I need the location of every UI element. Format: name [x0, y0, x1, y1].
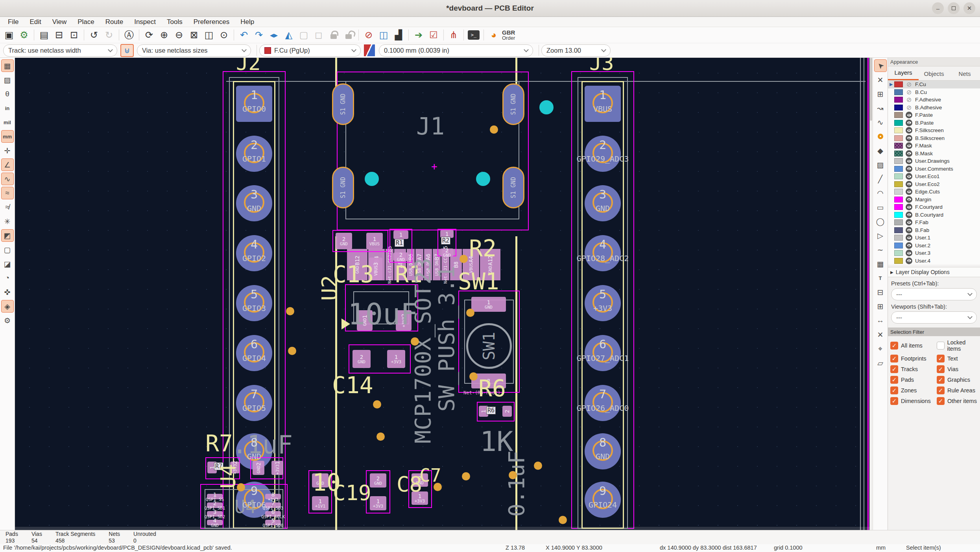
text-tool-button[interactable]: T — [874, 272, 887, 284]
pad-C8-1[interactable]: 1+1V1 — [312, 496, 329, 510]
grid-overrides-button[interactable]: ▨ — [1, 74, 14, 86]
fab-text-mcp1700xsot23[interactable]: MCP1700X_SOT23 — [410, 258, 436, 443]
pad-C16-1[interactable]: 1+3V3 — [271, 461, 283, 475]
layer-color-swatch[interactable] — [894, 112, 903, 118]
pad-C13-2[interactable]: 2GND — [336, 233, 352, 249]
checkbox-icon[interactable] — [937, 342, 945, 350]
tab-nets[interactable]: Nets — [949, 70, 980, 80]
checkbox-icon[interactable]: ✓ — [937, 397, 945, 405]
layer-color-swatch[interactable] — [894, 258, 903, 264]
via[interactable] — [490, 125, 498, 134]
bezier-tool-button[interactable]: ∼ — [874, 243, 887, 256]
silkscreen-text-u4[interactable]: U4 — [216, 464, 240, 489]
tab-layers[interactable]: Layers — [888, 69, 919, 80]
hide-ratsnest-button[interactable]: ≉ — [1, 201, 14, 213]
filter-vias[interactable]: ✓Vias — [937, 365, 980, 373]
gbr-order-plugin-button[interactable]: ◕ — [487, 28, 501, 42]
pad-R1-2[interactable]: 2GND — [393, 252, 408, 261]
layer-row-user-4[interactable]: User.4 — [888, 257, 980, 265]
rotate-cw-button[interactable]: ↷ — [252, 28, 266, 42]
zone-no-fill-button[interactable]: ◔ — [1, 272, 14, 284]
layer-visible-icon[interactable] — [906, 127, 912, 134]
pad-J3-4[interactable]: 4GPIO28_ADC2 — [585, 235, 621, 271]
layer-visible-icon[interactable] — [906, 120, 912, 126]
refresh-button[interactable]: ⟳ — [142, 28, 156, 42]
units-mm-button[interactable]: mm — [1, 130, 14, 143]
canvas-horizontal-scrollbar[interactable] — [15, 527, 869, 530]
pad-U4-1[interactable]: 1QSPI_SS — [207, 494, 223, 499]
via[interactable] — [469, 372, 478, 381]
menu-preferences[interactable]: Preferences — [188, 17, 235, 27]
via[interactable] — [434, 483, 442, 491]
layer-color-swatch[interactable] — [894, 235, 903, 241]
layer-hidden-icon[interactable]: ⊘ — [906, 96, 912, 103]
layer-color-swatch[interactable] — [894, 243, 903, 248]
via[interactable] — [509, 471, 517, 479]
silkscreen-text-r2[interactable]: R2 — [469, 235, 496, 262]
layer-hidden-icon[interactable]: ⊘ — [906, 89, 912, 96]
net-highlight-button[interactable]: ✳ — [1, 215, 14, 228]
fab-text-1uf[interactable]: .1uF — [232, 430, 293, 459]
drc-button[interactable]: ☑ — [426, 28, 441, 42]
zoom-in-button[interactable]: ⊕ — [157, 28, 171, 42]
track-segment[interactable] — [864, 58, 864, 530]
layer-color-swatch[interactable] — [894, 212, 903, 218]
layer-color-swatch[interactable] — [894, 158, 903, 164]
pad-R6-2[interactable]: 2 — [502, 406, 512, 417]
pad-J3-6[interactable]: 6GPIO27_ADC1 — [585, 335, 621, 371]
limit-45-button[interactable]: ∠ — [1, 158, 14, 171]
via[interactable] — [376, 432, 385, 441]
crosshair-cursor-button[interactable]: ✛ — [1, 144, 14, 157]
layer-row-f-silkscreen[interactable]: F.Silkscreen — [888, 127, 980, 134]
via[interactable] — [373, 400, 381, 408]
zone-tool-button[interactable]: ◆ — [874, 144, 887, 157]
via[interactable] — [466, 309, 474, 317]
menu-tools[interactable]: Tools — [161, 17, 188, 27]
pad-J2-1[interactable]: 1GPIO0 — [236, 86, 272, 122]
ungroup-button[interactable]: ◻ — [312, 28, 326, 42]
pad-J2-7[interactable]: 7GPIO5 — [236, 385, 272, 421]
router-settings-button[interactable]: ⋔ — [447, 28, 461, 42]
layer-color-swatch[interactable] — [894, 81, 903, 87]
via[interactable] — [286, 307, 294, 315]
pad-J2-5[interactable]: 5GPIO3 — [236, 285, 272, 321]
tab-objects[interactable]: Objects — [919, 70, 949, 80]
pad-C13-1[interactable]: 1VBUS — [366, 233, 383, 249]
silkscreen-text-c8[interactable]: C8 — [397, 472, 422, 497]
layer-row-f-courtyard[interactable]: F.Courtyard — [888, 203, 980, 211]
layer-row-user-comments[interactable]: User.Comments — [888, 165, 980, 173]
pad-C9-1[interactable]: 1+3V3 — [370, 496, 386, 510]
layer-color-swatch[interactable] — [894, 204, 903, 210]
layer-color-swatch[interactable] — [894, 189, 903, 195]
layer-color-swatch[interactable] — [894, 127, 903, 133]
silkscreen-text-j2[interactable]: J2 — [236, 58, 261, 75]
footprint-tools-button[interactable]: ⚙ — [1, 314, 14, 327]
lock-button[interactable] — [327, 28, 341, 42]
layer-row-f-cu[interactable]: ▶⊘F.Cu — [888, 81, 980, 88]
layer-row-b-mask[interactable]: B.Mask — [888, 150, 980, 158]
textbox-tool-button[interactable]: ⊟ — [874, 286, 887, 298]
layer-visible-icon[interactable] — [906, 234, 912, 241]
layer-visible-icon[interactable] — [906, 204, 912, 210]
menu-help[interactable]: Help — [235, 17, 260, 27]
checkbox-icon[interactable]: ✓ — [937, 355, 945, 362]
layer-row-b-adhesive[interactable]: ⊘B.Adhesive — [888, 104, 980, 112]
pad-U4-6[interactable]: 6QSPI_SCLK — [265, 511, 281, 517]
layer-visible-icon[interactable] — [906, 181, 912, 188]
layer-row-b-fab[interactable]: B.Fab — [888, 226, 980, 234]
rect-tool-button[interactable]: ▭ — [874, 201, 887, 213]
save-button[interactable]: ▣ — [2, 28, 16, 42]
image-tool-button[interactable]: ▦ — [874, 258, 887, 270]
pad-U4-8[interactable]: 8+3V3 — [265, 494, 281, 499]
pad-C14-1[interactable]: 1+3V3 — [387, 350, 405, 368]
layer-row-margin[interactable]: Margin — [888, 196, 980, 204]
layer-visible-icon[interactable] — [906, 158, 912, 164]
pad-U4-3[interactable]: 3QSPI_SD2 — [207, 511, 223, 517]
pad-U4-7[interactable]: 7QSPI_SD3 — [265, 502, 281, 508]
table-tool-button[interactable]: ⊞ — [874, 300, 887, 313]
checkbox-icon[interactable]: ✓ — [937, 386, 945, 394]
layer-color-swatch[interactable] — [894, 105, 903, 110]
update-pcb-button[interactable]: ➔ — [412, 28, 426, 42]
pad-J3-2[interactable]: 2GPIO29_ADC3 — [585, 136, 621, 172]
layer-pair-swatch[interactable] — [364, 44, 375, 56]
